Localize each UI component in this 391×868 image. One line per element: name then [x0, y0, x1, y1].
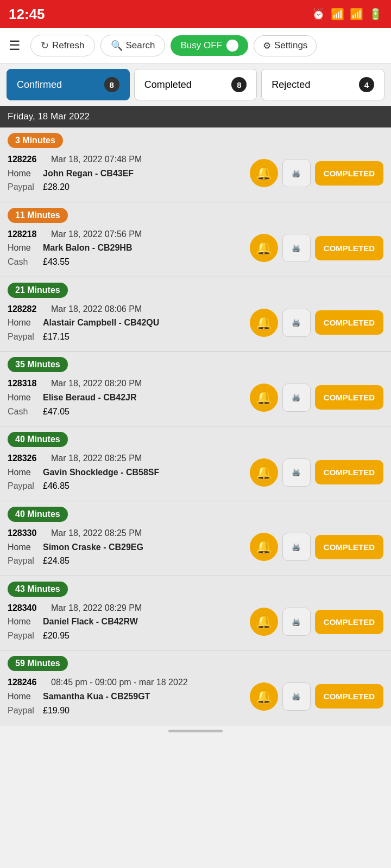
order-id: 128318	[8, 376, 46, 391]
printer-icon: 🖨️	[292, 543, 301, 551]
order-date: Mar 18, 2022 08:25 PM	[51, 526, 142, 540]
order-content: 128282 Mar 18, 2022 08:06 PM Home Alasta…	[8, 302, 383, 344]
order-actions: 🔔 🖨️ COMPLETED	[250, 533, 383, 561]
bell-icon: 🔔	[256, 240, 272, 256]
order-amount: £43.55	[43, 255, 70, 269]
order-item: 40 Minutes 128326 Mar 18, 2022 08:25 PM …	[0, 426, 391, 501]
completed-button[interactable]: COMPLETED	[315, 385, 383, 410]
order-type-row: Home Gavin Shockledge - CB58SF	[8, 465, 250, 480]
printer-icon: 🖨️	[292, 244, 301, 252]
print-button[interactable]: 🖨️	[282, 309, 311, 337]
order-payment-row: Paypal £19.90	[8, 704, 250, 718]
printer-icon: 🖨️	[292, 393, 301, 401]
order-date: Mar 18, 2022 08:25 PM	[51, 451, 142, 465]
order-name: John Regan - CB43EF	[43, 167, 134, 181]
order-type: Home	[8, 241, 37, 255]
search-button[interactable]: 🔍 Search	[100, 35, 166, 56]
order-item: 40 Minutes 128330 Mar 18, 2022 08:25 PM …	[0, 501, 391, 576]
order-date: Mar 18, 2022 07:48 PM	[51, 152, 142, 167]
order-type-row: Home Simon Craske - CB29EG	[8, 540, 250, 554]
order-amount: £20.95	[43, 629, 70, 643]
wifi-icon: 📶	[331, 8, 344, 21]
order-name: Daniel Flack - CB42RW	[43, 615, 138, 629]
order-name: Mark Balon - CB29HB	[43, 241, 132, 255]
completed-button[interactable]: COMPLETED	[315, 460, 383, 484]
print-button[interactable]: 🖨️	[282, 234, 311, 262]
order-type: Home	[8, 167, 37, 181]
order-actions: 🔔 🖨️ COMPLETED	[250, 608, 383, 636]
completed-button[interactable]: COMPLETED	[315, 610, 383, 634]
print-button[interactable]: 🖨️	[282, 384, 311, 412]
minutes-badge: 40 Minutes	[8, 432, 68, 447]
order-type: Home	[8, 615, 37, 629]
order-actions: 🔔 🖨️ COMPLETED	[250, 384, 383, 412]
order-id-row: 128318 Mar 18, 2022 08:20 PM	[8, 376, 250, 391]
order-name: Simon Craske - CB29EG	[43, 540, 143, 554]
print-button[interactable]: 🖨️	[282, 682, 311, 711]
order-details: 128218 Mar 18, 2022 07:56 PM Home Mark B…	[8, 227, 250, 269]
order-details: 128318 Mar 18, 2022 08:20 PM Home Elise …	[8, 376, 250, 418]
completed-button[interactable]: COMPLETED	[315, 310, 383, 335]
order-details: 128226 Mar 18, 2022 07:48 PM Home John R…	[8, 152, 250, 194]
order-date: Mar 18, 2022 08:29 PM	[51, 601, 142, 615]
bell-icon: 🔔	[256, 614, 272, 629]
bell-button[interactable]: 🔔	[250, 608, 278, 636]
print-button[interactable]: 🖨️	[282, 159, 311, 187]
tab-confirmed[interactable]: Confirmed 8	[7, 69, 130, 100]
refresh-icon: ↻	[41, 40, 49, 52]
bell-button[interactable]: 🔔	[250, 234, 278, 262]
menu-icon[interactable]: ☰	[9, 38, 21, 53]
tab-completed[interactable]: Completed 8	[134, 69, 257, 100]
order-amount: £28.20	[43, 180, 70, 194]
settings-button[interactable]: ⚙ Settings	[254, 35, 317, 56]
orders-list: 3 Minutes 128226 Mar 18, 2022 07:48 PM H…	[0, 127, 391, 725]
completed-button[interactable]: COMPLETED	[315, 684, 383, 709]
busy-toggle-button[interactable]: Busy OFF	[171, 35, 248, 56]
order-id-row: 128218 Mar 18, 2022 07:56 PM	[8, 227, 250, 241]
order-details: 128326 Mar 18, 2022 08:25 PM Home Gavin …	[8, 451, 250, 493]
order-type: Home	[8, 391, 37, 405]
order-content: 128226 Mar 18, 2022 07:48 PM Home John R…	[8, 152, 383, 194]
date-header: Friday, 18 Mar 2022	[0, 106, 391, 127]
print-button[interactable]: 🖨️	[282, 458, 311, 487]
bell-icon: 🔔	[256, 689, 272, 704]
bell-button[interactable]: 🔔	[250, 159, 278, 187]
order-content: 128318 Mar 18, 2022 08:20 PM Home Elise …	[8, 376, 383, 418]
order-item: 11 Minutes 128218 Mar 18, 2022 07:56 PM …	[0, 202, 391, 277]
minutes-badge: 35 Minutes	[8, 357, 68, 372]
print-button[interactable]: 🖨️	[282, 533, 311, 561]
bell-button[interactable]: 🔔	[250, 384, 278, 412]
completed-button[interactable]: COMPLETED	[315, 161, 383, 186]
order-item: 43 Minutes 128340 Mar 18, 2022 08:29 PM …	[0, 576, 391, 651]
order-payment-row: Paypal £20.95	[8, 629, 250, 643]
order-details: 128246 08:45 pm - 09:00 pm - mar 18 2022…	[8, 675, 250, 717]
bell-button[interactable]: 🔔	[250, 533, 278, 561]
completed-button[interactable]: COMPLETED	[315, 535, 383, 559]
order-actions: 🔔 🖨️ COMPLETED	[250, 234, 383, 262]
bell-button[interactable]: 🔔	[250, 458, 278, 487]
completed-button[interactable]: COMPLETED	[315, 236, 383, 260]
order-payment-row: Paypal £17.15	[8, 330, 250, 344]
order-date: Mar 18, 2022 08:06 PM	[51, 302, 142, 316]
order-amount: £19.90	[43, 704, 70, 718]
order-type: Home	[8, 690, 37, 704]
order-date: Mar 18, 2022 07:56 PM	[51, 227, 142, 241]
print-button[interactable]: 🖨️	[282, 608, 311, 636]
order-id: 128282	[8, 302, 46, 316]
bell-button[interactable]: 🔔	[250, 682, 278, 711]
order-details: 128340 Mar 18, 2022 08:29 PM Home Daniel…	[8, 601, 250, 643]
order-payment-row: Paypal £24.85	[8, 554, 250, 568]
status-time: 12:45	[9, 6, 45, 23]
tab-rejected[interactable]: Rejected 4	[261, 69, 384, 100]
order-content: 128340 Mar 18, 2022 08:29 PM Home Daniel…	[8, 601, 383, 643]
printer-icon: 🖨️	[292, 618, 301, 626]
order-id-row: 128326 Mar 18, 2022 08:25 PM	[8, 451, 250, 465]
order-actions: 🔔 🖨️ COMPLETED	[250, 458, 383, 487]
order-type-row: Home Mark Balon - CB29HB	[8, 241, 250, 255]
order-name: Samantha Kua - CB259GT	[43, 690, 150, 704]
bell-button[interactable]: 🔔	[250, 309, 278, 337]
refresh-button[interactable]: ↻ Refresh	[30, 35, 95, 56]
order-details: 128330 Mar 18, 2022 08:25 PM Home Simon …	[8, 526, 250, 568]
order-actions: 🔔 🖨️ COMPLETED	[250, 159, 383, 187]
minutes-badge: 59 Minutes	[8, 656, 68, 671]
